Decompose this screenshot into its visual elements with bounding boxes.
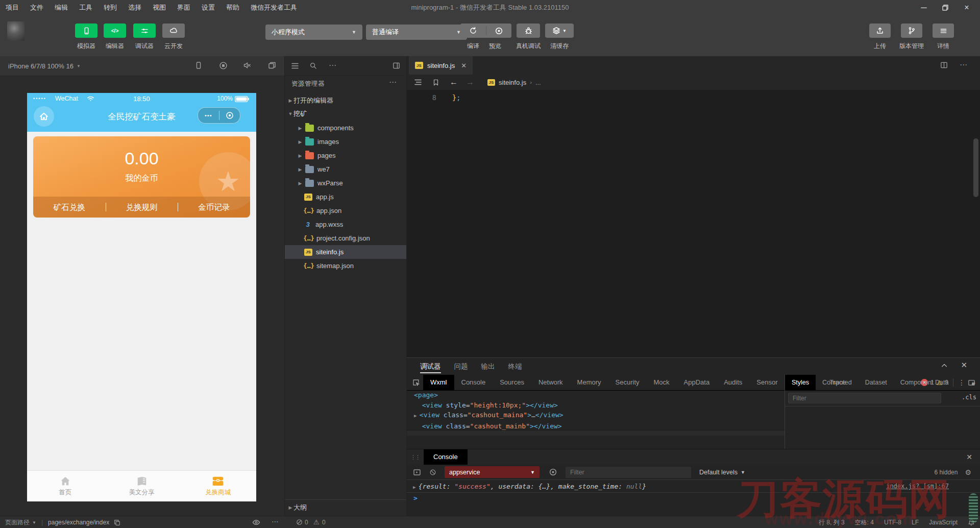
outline-section[interactable]: ▶ 大纲: [285, 499, 407, 515]
tab-component-data[interactable]: Component Data: [894, 375, 955, 390]
tree-item-components[interactable]: ▶ components: [285, 121, 407, 135]
tab-dataset[interactable]: Dataset: [859, 375, 894, 390]
devtools-tab-memory[interactable]: Memory: [570, 375, 608, 390]
tab-problems[interactable]: 问题: [454, 358, 468, 375]
devtools-tab-appdata[interactable]: AppData: [677, 375, 717, 390]
tab-siteinfo-js[interactable]: JS siteinfo.js ✕: [409, 56, 473, 75]
inspect-element-icon[interactable]: [412, 378, 420, 387]
tree-item-pages[interactable]: ▶ pages: [285, 149, 407, 162]
context-select[interactable]: appservice ▼: [445, 466, 540, 478]
devtools-tab-wxml[interactable]: Wxml: [423, 375, 454, 390]
menu-view[interactable]: 视图: [147, 0, 172, 15]
menu-goto[interactable]: 转到: [98, 0, 122, 15]
tab-shop[interactable]: 兑换商城: [180, 471, 256, 501]
nav-back-icon[interactable]: ←: [450, 78, 458, 87]
debugger-toggle-button[interactable]: [133, 23, 156, 38]
multi-window-icon[interactable]: [268, 61, 276, 71]
editor-more-icon[interactable]: ⋯: [960, 60, 967, 69]
menu-devtools[interactable]: 微信开发者工具: [245, 0, 303, 15]
status-more-icon[interactable]: ⋯: [272, 517, 279, 525]
upload-button[interactable]: [869, 23, 891, 38]
nav-forward-icon[interactable]: →: [466, 78, 474, 87]
panel-layout-icon[interactable]: [393, 62, 400, 69]
wxml-tree[interactable]: <page> <view style="height:10px;"></view…: [407, 390, 785, 435]
page-path-label[interactable]: 页面路径: [5, 518, 30, 527]
tree-item-app-json[interactable]: {…} app.json: [285, 204, 407, 218]
code-area[interactable]: 8 };: [407, 90, 980, 357]
tree-item-wxparse[interactable]: ▶ wxParse: [285, 176, 407, 190]
styles-filter-input[interactable]: [788, 393, 941, 403]
menu-settings[interactable]: 设置: [196, 0, 220, 15]
console-filter-input[interactable]: [566, 467, 691, 478]
copy-path-icon[interactable]: [114, 519, 120, 526]
close-console-icon[interactable]: ✕: [966, 453, 972, 461]
tab-styles[interactable]: Styles: [785, 375, 816, 390]
compile-button[interactable]: [461, 27, 486, 35]
tree-item-app-js[interactable]: JS app.js: [285, 190, 407, 204]
tab-articles[interactable]: 美文分享: [104, 471, 180, 501]
gold-record-button[interactable]: 金币记录: [178, 197, 250, 218]
menu-help[interactable]: 帮助: [220, 0, 245, 15]
console-settings-icon[interactable]: ⚙: [965, 468, 971, 476]
user-avatar[interactable]: [7, 21, 24, 41]
explorer-more-icon[interactable]: ⋯: [389, 78, 397, 87]
tab-computed[interactable]: Computed: [816, 375, 859, 390]
more-icon[interactable]: ⋯: [329, 61, 337, 70]
drag-handle-icon[interactable]: ⋮⋮: [410, 454, 420, 461]
exit-circle-button[interactable]: [219, 111, 240, 119]
restore-button[interactable]: [936, 0, 954, 15]
exchange-rules-button[interactable]: 兑换规则: [106, 197, 178, 218]
collapse-panel-icon[interactable]: [941, 362, 948, 369]
menu-edit[interactable]: 编辑: [49, 0, 74, 15]
mode-select[interactable]: 小程序模式 ▼: [265, 25, 362, 40]
close-window-button[interactable]: ×: [958, 0, 976, 15]
close-panel-icon[interactable]: ✕: [961, 361, 967, 370]
devtools-tab-network[interactable]: Network: [531, 375, 570, 390]
tree-item-app-wxss[interactable]: 3 app.wxss: [285, 218, 407, 231]
minimize-button[interactable]: ─: [915, 0, 933, 15]
details-button[interactable]: [933, 23, 954, 38]
breadcrumb-more[interactable]: ...: [535, 79, 541, 86]
compile-mode-select[interactable]: 普通编译 ▼: [366, 25, 467, 40]
devtools-tab-audits[interactable]: Audits: [717, 375, 749, 390]
search-icon[interactable]: [309, 62, 317, 69]
open-editors-section[interactable]: ▶ 打开的编辑器: [285, 93, 407, 107]
simulator-toggle-button[interactable]: [75, 23, 97, 38]
rotate-device-icon[interactable]: [194, 61, 203, 71]
mute-icon[interactable]: [243, 61, 251, 71]
devtools-tab-mock[interactable]: Mock: [647, 375, 677, 390]
cursor-position[interactable]: 行 8, 列 3: [819, 518, 845, 527]
breadcrumb-file[interactable]: siteinfo.js: [499, 79, 526, 86]
menu-tools[interactable]: 工具: [74, 0, 98, 15]
more-dots-button[interactable]: •••: [198, 112, 219, 118]
cloud-dev-button[interactable]: [162, 23, 185, 38]
editor-scrollbar[interactable]: [973, 138, 978, 197]
devtools-tab-console[interactable]: Console: [454, 375, 493, 390]
language-mode[interactable]: JavaScript: [929, 519, 958, 526]
tree-item-sitemap-json[interactable]: {…} sitemap.json: [285, 259, 407, 273]
encoding[interactable]: UTF-8: [884, 519, 901, 526]
tab-home[interactable]: 首页: [27, 471, 104, 501]
split-editor-icon[interactable]: [940, 61, 948, 69]
console-log-row[interactable]: ▶ {result: "success", userdata: {…}, mak…: [407, 479, 980, 493]
editor-toggle-button[interactable]: </>: [104, 23, 126, 38]
devtools-tab-sensor[interactable]: Sensor: [749, 375, 785, 390]
tab-terminal[interactable]: 终端: [508, 358, 522, 375]
notifications-bell-icon[interactable]: [968, 519, 975, 526]
menu-select[interactable]: 选择: [122, 0, 147, 15]
tree-item-project-config[interactable]: {…} project.config.json: [285, 231, 407, 245]
console-tab[interactable]: Console: [424, 449, 468, 465]
tree-item-images[interactable]: ▶ images: [285, 135, 407, 149]
page-path-value[interactable]: pages/exchange/index: [48, 519, 109, 526]
console-prompt[interactable]: >: [413, 494, 418, 502]
close-tab-icon[interactable]: ✕: [461, 62, 467, 69]
more-tabs-icon[interactable]: »: [972, 379, 980, 387]
wxml-hscrollbar[interactable]: [407, 430, 785, 436]
clear-console-icon[interactable]: [429, 469, 436, 476]
tab-output[interactable]: 输出: [481, 358, 495, 375]
tab-debugger[interactable]: 调试器: [420, 358, 441, 375]
file-list-icon[interactable]: [291, 62, 299, 70]
stop-icon[interactable]: [219, 61, 228, 71]
tree-item-siteinfo-js[interactable]: JS siteinfo.js: [285, 245, 407, 259]
menu-project[interactable]: 项目: [0, 0, 24, 15]
